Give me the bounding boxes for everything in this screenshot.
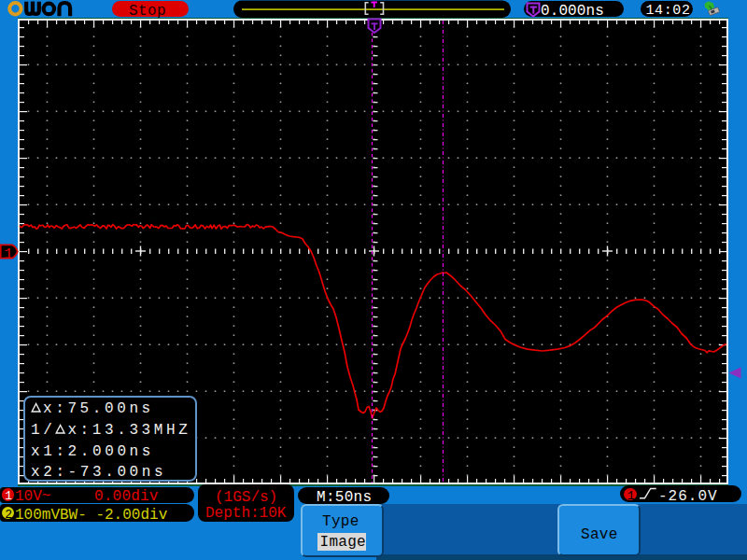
svg-text:1: 1 bbox=[4, 246, 13, 263]
